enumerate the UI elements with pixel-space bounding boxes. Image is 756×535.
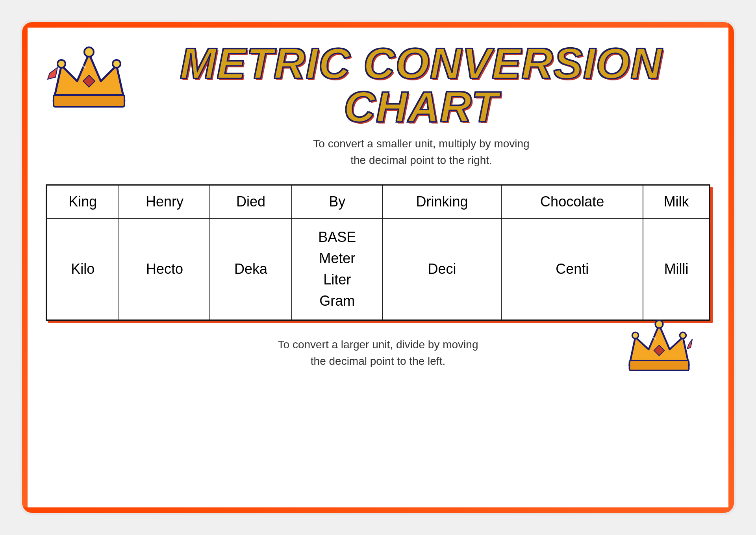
- svg-rect-8: [629, 360, 689, 370]
- svg-marker-13: [687, 339, 692, 349]
- svg-point-5: [113, 60, 120, 68]
- cell-base: BASEMeterLiterGram: [292, 218, 383, 320]
- col-header-by: By: [292, 185, 383, 219]
- col-header-chocolate: Chocolate: [501, 185, 643, 219]
- col-header-henry: Henry: [119, 185, 210, 219]
- crown-right-icon: [624, 314, 695, 377]
- header-area: METRIC CONVERSION CHART To convert a sma…: [46, 42, 710, 169]
- svg-point-12: [680, 332, 686, 338]
- cell-deci: Deci: [383, 218, 501, 320]
- main-card: METRIC CONVERSION CHART To convert a sma…: [20, 20, 736, 515]
- cell-milli: Milli: [643, 218, 710, 320]
- crown-left-icon: [46, 38, 132, 117]
- svg-marker-6: [48, 67, 57, 79]
- svg-point-4: [57, 60, 65, 68]
- conversion-table-container: King Henry Died By Drinking Chocolate Mi…: [46, 184, 710, 321]
- col-header-died: Died: [210, 185, 291, 219]
- svg-rect-1: [54, 95, 124, 107]
- col-header-milk: Milk: [643, 185, 710, 219]
- col-header-king: King: [46, 185, 119, 219]
- border-left: [22, 22, 28, 513]
- bottom-section: To convert a larger unit, divide by movi…: [46, 336, 710, 370]
- cell-hecto: Hecto: [119, 218, 210, 320]
- bottom-text: To convert a larger unit, divide by movi…: [46, 336, 710, 370]
- table-header-row: King Henry Died By Drinking Chocolate Mi…: [46, 185, 710, 219]
- border-right: [728, 22, 734, 513]
- table-data-row: Kilo Hecto Deka BASEMeterLiterGram Deci …: [46, 218, 710, 320]
- page-title: METRIC CONVERSION CHART: [180, 42, 663, 128]
- svg-point-3: [84, 47, 94, 57]
- subtitle-text: To convert a smaller unit, multiply by m…: [313, 136, 529, 169]
- cell-centi: Centi: [501, 218, 643, 320]
- cell-kilo: Kilo: [46, 218, 119, 320]
- col-header-drinking: Drinking: [383, 185, 501, 219]
- conversion-table: King Henry Died By Drinking Chocolate Mi…: [46, 184, 710, 321]
- svg-point-11: [632, 332, 639, 338]
- cell-deka: Deka: [210, 218, 291, 320]
- svg-point-10: [655, 320, 663, 328]
- title-area: METRIC CONVERSION CHART To convert a sma…: [132, 42, 710, 169]
